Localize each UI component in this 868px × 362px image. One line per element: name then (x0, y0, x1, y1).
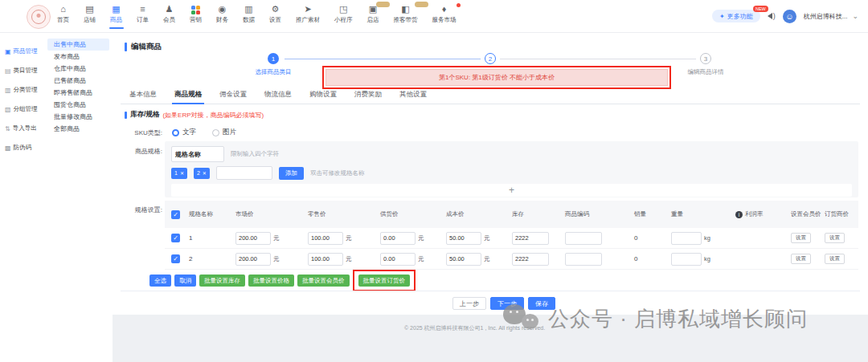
nav-item-marketing[interactable]: 营销 (182, 2, 209, 24)
tab-4[interactable]: 物流信息 (256, 85, 301, 104)
nav-item-members[interactable]: ♟会员 (156, 2, 182, 24)
set-member-price-button[interactable]: 设置 (791, 254, 811, 264)
member-price-cell: 设置 (791, 254, 825, 264)
nav-item-settings[interactable]: ⚙设置 (262, 2, 289, 24)
cost-price-cell: 元 (446, 232, 512, 245)
add-spec-value-button[interactable]: 添加 (279, 167, 304, 180)
row-checkbox[interactable]: ✓ (171, 234, 180, 242)
nav-item-product[interactable]: ▦商品 (103, 2, 129, 24)
sidebar-section-1[interactable]: ▣商品管理 (0, 42, 44, 61)
stock-input[interactable] (512, 232, 549, 245)
header-cell-2: 市场价 (235, 210, 308, 218)
batch-button-6[interactable]: 批量设置订货价 (358, 275, 411, 287)
stock-input[interactable] (512, 253, 549, 266)
weight-input[interactable] (671, 253, 702, 266)
tab-1[interactable]: 基本信息 (121, 85, 166, 104)
sidebar-section-3[interactable]: ▥分类管理 (0, 80, 44, 100)
weight-input[interactable] (671, 232, 702, 245)
announcement-speaker-icon[interactable]: ) (768, 12, 776, 20)
product-code-input[interactable] (565, 232, 602, 245)
spec-value-tag[interactable]: 1✕ (171, 168, 187, 179)
nav-item-store[interactable]: ▤店铺 (76, 2, 103, 24)
sidebar-submenu-item-5[interactable]: 即将售罄商品 (47, 87, 109, 99)
sidebar-submenu-item-1[interactable]: 出售中商品 (47, 39, 109, 51)
market-price-input[interactable] (235, 232, 271, 245)
sidebar-submenu-item-6[interactable]: 囤货仓商品 (47, 99, 109, 111)
spec-value-tag[interactable]: 2✕ (194, 168, 210, 179)
spec-name-input[interactable] (171, 146, 224, 162)
avatar[interactable]: ☺ (783, 10, 796, 23)
sku-type-radio-2[interactable]: 图片 (212, 128, 236, 137)
stock-cell (512, 232, 565, 245)
nav-item-data[interactable]: ▥数据 (235, 2, 262, 24)
tab-3[interactable]: 佣金设置 (211, 85, 256, 104)
nav-item-influencer[interactable]: ◧推客带货 (387, 2, 425, 24)
nav-item-home[interactable]: ⌂首页 (50, 2, 76, 24)
prev-step-button[interactable]: 上一步 (452, 297, 486, 310)
set-order-price-button[interactable]: 设置 (825, 254, 845, 264)
chevron-down-icon[interactable]: ⌄ (852, 12, 858, 20)
header-cell-1: 规格名称 (189, 210, 235, 218)
sidebar-submenu-item-8[interactable]: 全部商品 (47, 123, 109, 135)
header-label: 规格名称 (189, 210, 213, 218)
supply-price-input[interactable] (380, 232, 416, 245)
unit-label: 元 (484, 255, 490, 263)
remove-tag-icon[interactable]: ✕ (180, 170, 184, 176)
nav-item-open-store[interactable]: ▣启店 (360, 2, 387, 24)
sidebar-submenu-item-3[interactable]: 仓库中商品 (47, 63, 109, 75)
set-member-price-button[interactable]: 设置 (791, 233, 811, 243)
set-order-price-button[interactable]: 设置 (825, 233, 845, 243)
sales-cell: 0 (634, 255, 671, 262)
sidebar-section-label: 商品管理 (14, 47, 38, 55)
member-price-cell: 设置 (791, 233, 825, 243)
nav-label: 商品 (110, 15, 122, 24)
sidebar-section-4[interactable]: ▧分组管理 (0, 100, 44, 119)
batch-button-4[interactable]: 批量设置价格 (248, 275, 294, 287)
sidebar-submenu-item-4[interactable]: 已售罄商品 (47, 75, 109, 87)
account-name[interactable]: 杭州启博科技... (804, 12, 848, 21)
product-code-input[interactable] (565, 253, 602, 266)
nav-item-finance[interactable]: ◉财务 (209, 2, 235, 24)
sku-type-radio-1[interactable]: 文字 (172, 128, 196, 137)
sku-type-label: SKU类型: (124, 128, 162, 137)
company-logo-icon[interactable] (27, 5, 51, 29)
sidebar-section-2[interactable]: ▤类目管理 (0, 61, 44, 80)
add-spec-group-button[interactable]: + (171, 184, 852, 197)
home-icon: ⌂ (60, 4, 66, 14)
batch-button-1[interactable]: 全选 (149, 275, 171, 287)
select-all-checkbox[interactable]: ✓ (171, 210, 180, 219)
tab-2[interactable]: 商品规格 (166, 85, 211, 104)
annotation-box-error: 第1个SKU: 第1级订货价 不能小于成本价 (322, 66, 671, 89)
nav-item-orders[interactable]: ≡订单 (129, 2, 156, 24)
cost-price-input[interactable] (446, 253, 481, 266)
batch-button-5[interactable]: 批量设置会员价 (297, 275, 350, 287)
step-connector-2 (500, 59, 696, 59)
retail-price-input[interactable] (308, 232, 343, 245)
spec-value-input[interactable] (216, 166, 272, 180)
remove-tag-icon[interactable]: ✕ (203, 170, 207, 176)
more-features-button[interactable]: ✦ 更多功能 NEW (712, 10, 760, 22)
sidebar-section-label: 分组管理 (14, 105, 38, 113)
row-checkbox[interactable]: ✓ (171, 254, 180, 263)
supply-price-cell: 元 (380, 232, 446, 245)
batch-button-2[interactable]: 取消 (174, 275, 196, 287)
nav-label: 推广素材 (296, 15, 320, 24)
nav-item-service-market[interactable]: ♦服务市场 (425, 2, 464, 24)
sidebar-submenu-item-7[interactable]: 批量修改商品 (47, 111, 109, 123)
product-code-cell (565, 253, 634, 266)
batch-button-3[interactable]: 批量设置库存 (199, 275, 245, 287)
unit-label: 元 (346, 234, 352, 242)
cost-price-input[interactable] (446, 232, 481, 245)
nav-item-mini-program[interactable]: ◳小程序 (327, 2, 360, 24)
nav-item-promo-materials[interactable]: ➤推广素材 (289, 2, 327, 24)
sidebar-submenu-item-2[interactable]: 发布商品 (47, 51, 109, 63)
supply-price-input[interactable] (380, 253, 416, 266)
divider (121, 291, 860, 291)
sidebar-section-6[interactable]: ▩防伪码 (0, 138, 44, 157)
sidebar-section-5[interactable]: ⇅导入导出 (0, 119, 44, 138)
market-price-input[interactable] (235, 253, 271, 266)
info-icon: i (735, 211, 743, 218)
row-checkbox-cell: ✓ (165, 234, 189, 242)
sidebar-secondary: 出售中商品发布商品仓库中商品已售罄商品即将售罄商品囤货仓商品批量修改商品全部商品 (44, 32, 113, 362)
retail-price-input[interactable] (308, 253, 343, 266)
